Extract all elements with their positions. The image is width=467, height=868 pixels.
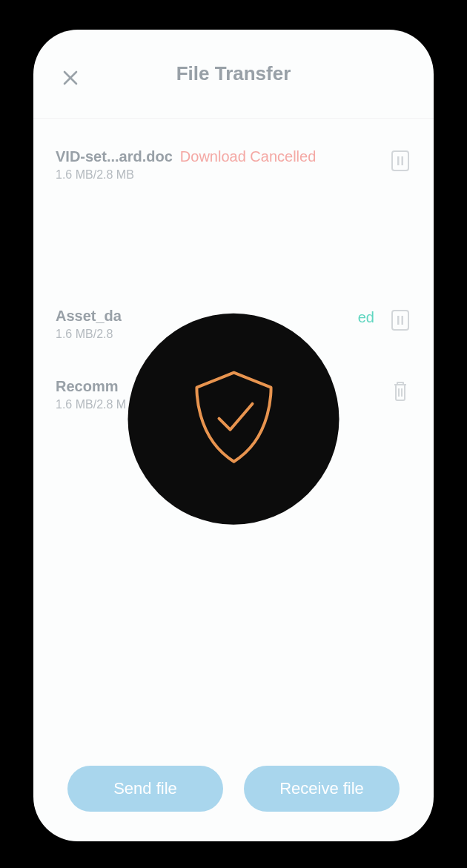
header: File Transfer [33, 30, 434, 119]
send-file-button[interactable]: Send file [67, 766, 223, 812]
file-meta: VID-set...ard.doc Download Cancelled 1.6… [56, 148, 315, 182]
footer: Send file Receive file [33, 766, 434, 812]
file-status: Download Cancelled [180, 148, 316, 165]
shield-check-icon [185, 367, 282, 471]
svg-rect-2 [402, 156, 404, 165]
svg-rect-1 [397, 156, 400, 165]
page-title: File Transfer [176, 62, 291, 85]
file-status: ed [358, 309, 374, 326]
file-name: Asset_da [56, 308, 122, 325]
svg-rect-5 [402, 316, 404, 325]
file-progress: 1.6 MB/2.8 MB [56, 168, 315, 182]
file-name: VID-set...ard.doc [56, 148, 173, 165]
pause-icon [391, 150, 409, 171]
trash-icon [391, 380, 409, 401]
file-name: Recomm [56, 378, 118, 395]
svg-rect-0 [392, 151, 408, 170]
file-progress: 1.6 MB/2.8 [56, 328, 122, 341]
pause-button[interactable] [389, 309, 411, 331]
receive-file-button[interactable]: Receive file [244, 766, 400, 812]
close-button[interactable] [56, 63, 85, 93]
close-icon [62, 69, 79, 87]
file-meta: Asset_da 1.6 MB/2.8 [56, 308, 122, 341]
file-progress: 1.6 MB/2.8 M [56, 398, 126, 411]
svg-rect-3 [392, 311, 408, 330]
file-row: VID-set...ard.doc Download Cancelled 1.6… [56, 148, 411, 182]
pause-icon [391, 310, 409, 331]
file-meta: Recomm 1.6 MB/2.8 M [56, 378, 126, 411]
delete-button[interactable] [389, 380, 411, 402]
security-badge [128, 313, 340, 524]
pause-button[interactable] [389, 150, 411, 172]
device-frame: File Transfer VID-set...ard.doc Download… [33, 30, 434, 841]
svg-rect-4 [397, 316, 400, 325]
